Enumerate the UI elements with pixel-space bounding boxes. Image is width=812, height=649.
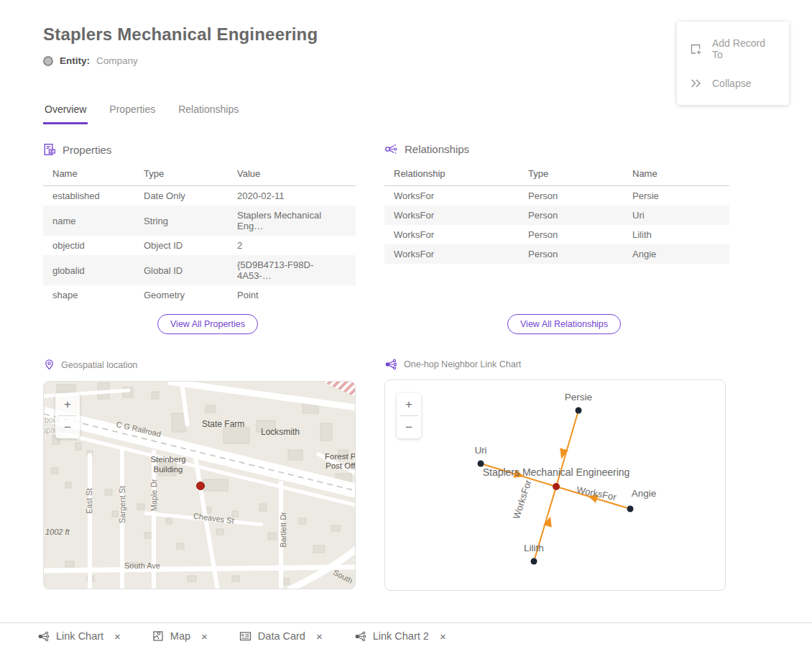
zoom-in-button[interactable]: + — [397, 393, 421, 415]
map-label: Bartlett Dr — [279, 512, 287, 548]
relationship-link[interactable]: WorksFor — [384, 206, 519, 225]
close-tab-icon[interactable]: × — [440, 631, 446, 642]
table-row[interactable]: globalid Global ID {5D9B4713-F98D-4A53-… — [43, 255, 356, 285]
table-row[interactable]: name String Staplers Mechanical Eng… — [43, 206, 356, 236]
link-chart-icon — [384, 359, 397, 370]
entity-link[interactable]: Lilith — [623, 225, 729, 244]
relationship-link[interactable]: WorksFor — [384, 244, 519, 264]
table-row[interactable]: WorksFor Person Angie — [384, 244, 729, 264]
properties-section-heading: Properties — [43, 143, 111, 156]
properties-table: Name Type Value established Date Only 20… — [43, 164, 356, 305]
bottom-tab-data-card[interactable]: Data Card × — [223, 630, 338, 642]
node-label-center: Staplers Mechanical Engineering — [466, 466, 646, 478]
tab-relationships[interactable]: Relationships — [177, 102, 240, 124]
entity-link[interactable]: Persie — [623, 186, 729, 206]
geospatial-section-heading: Geospatial location — [44, 359, 137, 371]
add-record-icon — [690, 43, 702, 55]
node-lilith[interactable] — [531, 558, 538, 565]
view-all-properties-button[interactable]: View All Properties — [157, 314, 258, 334]
column-header: Type — [134, 164, 228, 186]
table-header-row: Relationship Type Name — [384, 164, 729, 186]
chart-zoom-control: + − — [397, 393, 421, 438]
map-label: Locksmith — [261, 427, 300, 437]
location-marker-icon — [197, 482, 205, 490]
entity-type: Company — [96, 55, 138, 66]
entity-row: Entity: Company — [43, 55, 138, 66]
cell-type: Date Only — [134, 186, 228, 206]
bottom-tab-label: Link Chart — [56, 630, 103, 642]
entity-link[interactable]: Angie — [623, 244, 729, 264]
zoom-out-button[interactable]: − — [55, 416, 80, 438]
tab-properties[interactable]: Properties — [108, 102, 157, 124]
table-row[interactable]: established Date Only 2020-02-11 — [43, 186, 356, 206]
map-zoom-control: + − — [55, 393, 80, 438]
cell-name: objectid — [43, 236, 134, 255]
context-menu: Add Record To Collapse — [677, 22, 789, 105]
cell-name: shape — [43, 285, 134, 305]
map-label: East St — [85, 488, 93, 513]
menu-item-add-record-to[interactable]: Add Record To — [677, 29, 789, 69]
map-pin-icon — [44, 359, 55, 371]
map-label: Post Offic — [326, 461, 356, 470]
section-title: One-hop Neighbor Link Chart — [404, 359, 521, 369]
column-header: Relationship — [384, 164, 519, 186]
link-chart-canvas — [385, 380, 726, 591]
chart-nodes[interactable] — [478, 408, 634, 565]
column-header: Value — [228, 164, 356, 186]
bottom-tab-map[interactable]: Map × — [137, 630, 223, 642]
cell-type: String — [134, 206, 228, 236]
table-row[interactable]: shape Geometry Point — [43, 285, 356, 305]
tab-overview[interactable]: Overview — [43, 102, 88, 124]
map-icon — [152, 630, 164, 642]
cell-value: 2 — [228, 236, 356, 255]
menu-item-collapse[interactable]: Collapse — [677, 69, 789, 98]
bottom-tab-link-chart-2[interactable]: Link Chart 2 × — [338, 630, 462, 642]
properties-icon — [43, 143, 56, 156]
node-center-company[interactable] — [553, 483, 560, 490]
data-card-icon — [239, 630, 252, 642]
geospatial-map[interactable]: rbour opaedics C G Railroad State Farm L… — [43, 381, 356, 589]
view-all-relationships-button[interactable]: View All Relationships — [507, 314, 621, 334]
menu-item-label: Collapse — [712, 78, 751, 89]
data-card-page: Staplers Mechanical Engineering Entity: … — [0, 0, 812, 649]
cell-type: Person — [519, 225, 623, 244]
map-scale-label: 1002 ft — [45, 528, 70, 536]
section-title: Properties — [63, 144, 111, 156]
close-tab-icon[interactable]: × — [316, 631, 323, 642]
cell-type: Global ID — [134, 255, 228, 285]
table-row[interactable]: WorksFor Person Uri — [384, 206, 729, 225]
map-label: Sargent St — [118, 486, 126, 523]
cell-name: globalid — [43, 255, 134, 285]
relationship-link[interactable]: WorksFor — [384, 186, 519, 206]
bottom-tab-bar: Link Chart × Map × Data Card × — [0, 622, 812, 649]
node-label-persie: Persie — [557, 392, 600, 402]
table-row[interactable]: WorksFor Person Persie — [384, 186, 729, 206]
zoom-out-button[interactable]: − — [397, 416, 421, 438]
bottom-tab-link-chart[interactable]: Link Chart × — [22, 630, 137, 642]
close-tab-icon[interactable]: × — [114, 631, 121, 642]
menu-item-label: Add Record To — [712, 37, 776, 60]
map-label: State Farm — [202, 419, 244, 429]
map-canvas — [44, 382, 356, 589]
column-header: Name — [43, 164, 134, 186]
table-header-row: Name Type Value — [43, 164, 356, 186]
bottom-tab-label: Data Card — [258, 630, 305, 642]
entity-link[interactable]: Uri — [623, 206, 729, 225]
collapse-icon — [690, 78, 702, 88]
column-header: Name — [623, 164, 729, 186]
cell-type: Object ID — [134, 236, 228, 255]
close-tab-icon[interactable]: × — [201, 631, 208, 642]
node-angie[interactable] — [627, 506, 634, 512]
entity-color-dot-icon — [43, 56, 53, 66]
table-row[interactable]: objectid Object ID 2 — [43, 236, 356, 255]
zoom-in-button[interactable]: + — [55, 393, 80, 415]
cell-type: Person — [519, 244, 623, 264]
page-title: Staplers Mechanical Engineering — [43, 24, 318, 45]
card-tabs: Overview Properties Relationships — [43, 102, 240, 124]
table-row[interactable]: WorksFor Person Lilith — [384, 225, 729, 244]
node-label-angie: Angie — [622, 488, 665, 499]
node-persie[interactable] — [576, 408, 582, 414]
one-hop-link-chart[interactable]: Persie Uri Angie Lilith Staplers Mechani… — [384, 379, 726, 591]
relationship-link[interactable]: WorksFor — [384, 225, 519, 244]
cell-value: {5D9B4713-F98D-4A53-… — [228, 255, 356, 285]
